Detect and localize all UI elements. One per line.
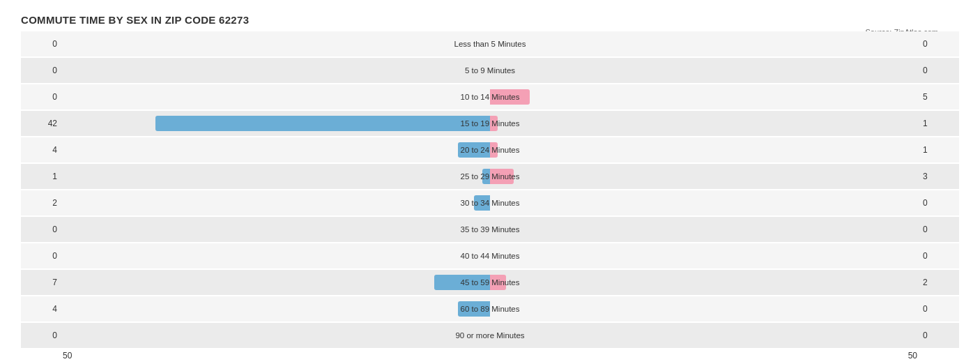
axis-left: 50: [63, 351, 72, 361]
female-value: 0: [917, 39, 959, 49]
female-bar-wrap: [490, 301, 917, 317]
male-bar-wrap: [63, 301, 490, 317]
bars-center: 5 to 9 Minutes: [63, 63, 917, 78]
female-value: 0: [917, 66, 959, 75]
chart-row: 0 40 to 44 Minutes 0: [21, 243, 959, 268]
female-value: 2: [917, 278, 959, 287]
female-bar-wrap: [490, 142, 917, 158]
female-bar-wrap: [490, 63, 917, 78]
female-value: 0: [917, 304, 959, 314]
bars-center: Less than 5 Minutes: [63, 36, 917, 52]
male-value: 1: [21, 172, 63, 181]
female-bar: [490, 116, 498, 131]
male-bar: [482, 169, 490, 184]
male-value: 2: [21, 198, 63, 208]
chart-row: 0 10 to 14 Minutes 5: [21, 84, 959, 109]
female-bar-wrap: [490, 195, 917, 211]
chart-row: 0 5 to 9 Minutes 0: [21, 58, 959, 83]
male-bar-wrap: [63, 116, 490, 131]
female-bar-wrap: [490, 89, 917, 105]
male-bar: [155, 116, 490, 131]
chart-row: 2 30 to 34 Minutes 0: [21, 190, 959, 215]
male-bar: [458, 301, 490, 317]
bars-center: 10 to 14 Minutes: [63, 89, 917, 105]
bars-center: 45 to 59 Minutes: [63, 275, 917, 290]
bars-center: 15 to 19 Minutes: [63, 116, 917, 131]
male-bar-wrap: [63, 248, 490, 264]
female-bar: [490, 169, 514, 184]
male-value: 0: [21, 225, 63, 234]
female-bar-wrap: [490, 222, 917, 237]
chart-row: 4 60 to 89 Minutes 0: [21, 296, 959, 321]
female-value: 1: [917, 145, 959, 155]
bars-center: 25 to 29 Minutes: [63, 169, 917, 184]
chart-row: 7 45 to 59 Minutes 2: [21, 270, 959, 295]
female-bar-wrap: [490, 116, 917, 131]
male-value: 0: [21, 251, 63, 261]
male-value: 0: [21, 39, 63, 49]
female-value: 0: [917, 251, 959, 261]
male-bar: [434, 275, 490, 290]
male-value: 0: [21, 92, 63, 102]
male-bar-wrap: [63, 275, 490, 290]
male-bar-wrap: [63, 36, 490, 52]
female-value: 0: [917, 198, 959, 208]
male-bar-wrap: [63, 63, 490, 78]
chart-row: 0 90 or more Minutes 0: [21, 323, 959, 348]
male-bar-wrap: [63, 195, 490, 211]
chart-row: 0 Less than 5 Minutes 0: [21, 31, 959, 56]
female-value: 1: [917, 119, 959, 128]
chart-area: 0 Less than 5 Minutes 0 0 5 to 9 Minutes: [21, 31, 959, 364]
chart-title: COMMUTE TIME BY SEX IN ZIP CODE 62273: [21, 14, 959, 26]
female-value: 0: [917, 331, 959, 340]
female-bar-wrap: [490, 328, 917, 343]
female-bar: [490, 142, 498, 158]
male-bar-wrap: [63, 89, 490, 105]
bars-center: 20 to 24 Minutes: [63, 142, 917, 158]
female-bar: [490, 89, 530, 105]
female-bar-wrap: [490, 275, 917, 290]
chart-row: 42 15 to 19 Minutes 1: [21, 111, 959, 136]
bars-center: 90 or more Minutes: [63, 328, 917, 343]
male-value: 4: [21, 145, 63, 155]
male-bar-wrap: [63, 169, 490, 184]
male-value: 7: [21, 278, 63, 287]
female-value: 3: [917, 172, 959, 181]
male-bar-wrap: [63, 328, 490, 343]
male-value: 42: [21, 119, 63, 128]
bars-center: 30 to 34 Minutes: [63, 195, 917, 211]
male-value: 0: [21, 331, 63, 340]
chart-row: 1 25 to 29 Minutes 3: [21, 164, 959, 189]
female-bar: [490, 275, 506, 290]
female-value: 0: [917, 225, 959, 234]
male-bar: [458, 142, 490, 158]
female-bar-wrap: [490, 169, 917, 184]
male-bar-wrap: [63, 222, 490, 237]
axis-right: 50: [908, 351, 917, 361]
female-value: 5: [917, 92, 959, 102]
male-value: 4: [21, 304, 63, 314]
bars-center: 60 to 89 Minutes: [63, 301, 917, 317]
bars-center: 40 to 44 Minutes: [63, 248, 917, 264]
chart-row: 4 20 to 24 Minutes 1: [21, 137, 959, 162]
male-bar-wrap: [63, 142, 490, 158]
female-bar-wrap: [490, 36, 917, 52]
bars-center: 35 to 39 Minutes: [63, 222, 917, 237]
male-bar: [474, 195, 490, 211]
axis-labels: 50 50: [21, 351, 959, 361]
male-value: 0: [21, 66, 63, 75]
female-bar-wrap: [490, 248, 917, 264]
chart-row: 0 35 to 39 Minutes 0: [21, 217, 959, 242]
